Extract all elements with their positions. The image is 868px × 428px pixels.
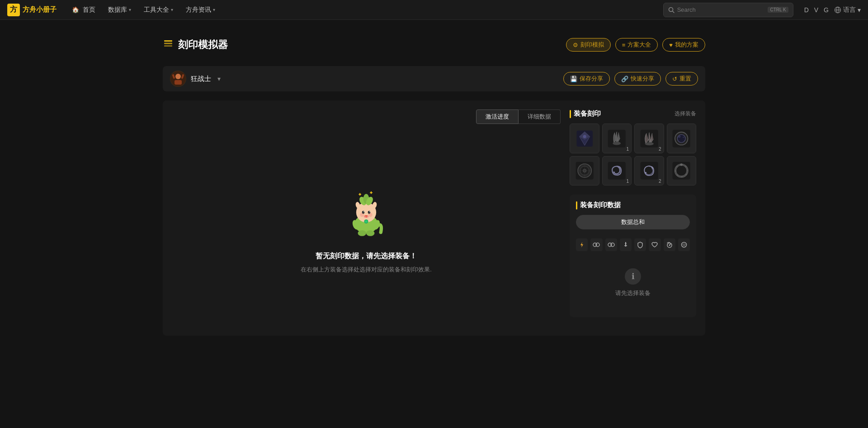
avatar	[170, 71, 186, 87]
chevron-down-icon: ▾	[213, 7, 215, 12]
svg-point-20	[369, 211, 370, 212]
nav-database[interactable]: 数据库 ▾	[104, 4, 136, 16]
svg-rect-6	[164, 43, 172, 44]
svg-rect-5	[164, 40, 172, 42]
equip-slot-5[interactable]	[570, 156, 599, 186]
navbar: 方 方舟小册子 首页 数据库 ▾ 工具大全 ▾ 方舟资讯 ▾ CTRL K D …	[0, 0, 868, 20]
stat-icon-move[interactable]	[678, 238, 690, 251]
stat-icon-crit1[interactable]	[590, 238, 602, 251]
nav-letter-v[interactable]: V	[814, 6, 818, 14]
svg-point-9	[175, 74, 181, 79]
stat-icon-sword[interactable]	[620, 238, 632, 251]
data-total-tab[interactable]: 数据总和	[576, 215, 690, 229]
nav-news[interactable]: 方舟资讯 ▾	[181, 4, 220, 16]
all-plans-button[interactable]: ≡ 方案大全	[615, 38, 658, 52]
equip-slot-6[interactable]: 1	[602, 156, 632, 186]
equip-slot-1[interactable]	[570, 124, 599, 153]
reset-button[interactable]: ↺ 重置	[665, 72, 698, 86]
svg-rect-10	[175, 80, 182, 85]
data-section: 装备刻印数据 数据总和	[570, 195, 696, 317]
stat-icon-speed[interactable]	[664, 238, 675, 251]
equip-section-header: 装备刻印 选择装备	[570, 109, 696, 118]
chevron-down-icon: ▾	[858, 6, 861, 14]
chevron-down-icon: ▾	[171, 7, 173, 12]
svg-point-40	[583, 135, 586, 138]
equip-section-title: 装备刻印	[570, 109, 601, 118]
svg-marker-68	[625, 242, 627, 244]
empty-desc: 在右侧上方装备选择处选择对应的装备和刻印效果.	[301, 266, 432, 274]
chevron-down-icon: ▾	[129, 7, 131, 12]
equip-slot-8[interactable]	[667, 156, 697, 186]
engraving-sim-button[interactable]: ⚙ 刻印模拟	[566, 38, 611, 52]
empty-state: 暂无刻印数据，请先选择装备！ 在右侧上方装备选择处选择对应的装备和刻印效果.	[172, 133, 561, 327]
stat-icons-row	[576, 235, 690, 255]
nav-home[interactable]: 首页	[67, 4, 100, 16]
logo[interactable]: 方 方舟小册子	[7, 4, 57, 16]
svg-point-37	[358, 230, 366, 236]
search-bar[interactable]: CTRL K	[663, 3, 793, 17]
svg-point-34	[365, 220, 368, 223]
svg-line-71	[670, 243, 671, 245]
character-selector[interactable]: 狂战士 ▾	[170, 71, 221, 87]
equip-section: 装备刻印 选择装备	[570, 109, 696, 185]
save-share-button[interactable]: 💾 保存分享	[563, 72, 610, 86]
my-plans-button[interactable]: ♥ 我的方案	[662, 38, 705, 52]
page-title: 刻印模拟器	[163, 38, 228, 52]
stat-icon-hp[interactable]	[649, 238, 660, 251]
select-equip-link[interactable]: 选择装备	[675, 110, 696, 118]
nav-letter-d[interactable]: D	[804, 6, 809, 14]
right-panel: 装备刻印 选择装备	[570, 109, 696, 327]
search-input[interactable]	[677, 6, 765, 13]
globe-icon	[834, 6, 841, 14]
quick-share-button[interactable]: 🔗 快速分享	[614, 72, 661, 86]
main-content: 刻印模拟器 ⚙ 刻印模拟 ≡ 方案大全 ♥ 我的方案	[154, 20, 714, 345]
search-icon	[668, 7, 675, 13]
tab-activation[interactable]: 激活进度	[476, 109, 519, 124]
svg-point-49	[683, 136, 684, 138]
page-title-text: 刻印模拟器	[178, 38, 228, 52]
svg-point-55	[613, 171, 615, 173]
save-icon: 💾	[570, 76, 577, 82]
svg-point-22	[364, 216, 366, 218]
slot-num: 2	[659, 147, 661, 152]
no-equip-message: ℹ 请先选择装备	[576, 255, 690, 311]
stat-icon-defense[interactable]	[634, 238, 646, 251]
nav-language[interactable]: 语言 ▾	[834, 6, 861, 14]
logo-icon: 方	[7, 4, 20, 16]
char-name: 狂战士	[191, 75, 211, 83]
content-area: 激活进度 详细数据	[163, 100, 705, 336]
lang-label: 语言	[843, 6, 856, 14]
data-section-title: 装备刻印数据	[576, 201, 621, 209]
equip-slot-7[interactable]: 2	[634, 156, 664, 186]
svg-point-63	[596, 243, 599, 247]
svg-point-48	[678, 135, 680, 138]
tab-details[interactable]: 详细数据	[519, 109, 561, 124]
stat-icon-attack[interactable]	[576, 238, 588, 251]
char-actions: 💾 保存分享 🔗 快速分享 ↺ 重置	[563, 72, 698, 86]
heart-icon: ♥	[669, 42, 673, 48]
nav-right: D V G 语言 ▾	[804, 6, 861, 14]
section-bar	[576, 201, 577, 209]
equip-slot-3[interactable]: 2	[634, 124, 664, 153]
svg-point-23	[366, 216, 368, 218]
nav-letter-g[interactable]: G	[824, 6, 829, 14]
link-icon: 🔗	[621, 76, 628, 82]
sim-icon: ⚙	[573, 42, 578, 48]
svg-point-65	[611, 243, 614, 247]
left-panel: 激活进度 详细数据	[172, 109, 561, 327]
slot-num: 1	[626, 147, 629, 152]
empty-title: 暂无刻印数据，请先选择装备！	[316, 252, 417, 261]
nav-tools[interactable]: 工具大全 ▾	[139, 4, 178, 16]
data-section-header: 装备刻印数据	[576, 201, 690, 209]
slot-num: 1	[626, 179, 629, 184]
equip-slot-4[interactable]	[667, 124, 697, 153]
svg-rect-56	[640, 162, 658, 180]
data-tab-row: 数据总和	[576, 215, 690, 229]
reset-icon: ↺	[672, 76, 677, 82]
title-actions: ⚙ 刻印模拟 ≡ 方案大全 ♥ 我的方案	[566, 38, 705, 52]
stat-icon-crit2[interactable]	[605, 238, 617, 251]
equip-slot-2[interactable]: 1	[602, 124, 632, 153]
no-equip-text: 请先选择装备	[615, 289, 651, 297]
layers-icon	[163, 38, 174, 52]
equip-grid: 1 2	[570, 124, 696, 185]
